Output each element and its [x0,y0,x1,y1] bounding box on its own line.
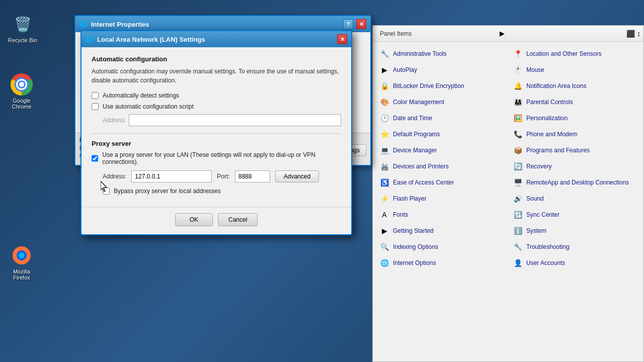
cp-label-administrative-tools: Administrative Tools [393,50,447,57]
cp-item-devices-printers[interactable]: 🖨️ Devices and Printers [375,158,508,174]
cp-toolbar-right-icon[interactable]: ↕ [637,30,640,38]
cp-item-remoteapp[interactable]: 🖥️ RemoteApp and Desktop Connections [508,174,641,191]
auto-script-label: Use automatic configuration script [103,103,194,110]
cp-item-color-management[interactable]: 🎨 Color Management [375,94,508,110]
control-panel-toolbar: Panel Items ▶ ⬛ ↕ [373,26,643,42]
advanced-button[interactable]: Advanced [275,170,319,183]
panel-items-label: Panel Items [376,30,498,37]
cp-icon-mouse: 🖱️ [512,64,523,75]
cp-icon-remoteapp: 🖥️ [512,177,523,188]
cp-icon-indexing-options: 🔍 [379,241,390,252]
lan-titlebar: 🌐 Local Area Network (LAN) Settings ✕ [82,31,351,47]
cp-icon-programs-features: 📦 [512,145,523,156]
ok-button[interactable]: OK [175,213,213,226]
use-proxy-label: Use a proxy server for your LAN (These s… [102,151,341,165]
cp-icon-devices-printers: 🖨️ [379,161,390,172]
cp-item-mouse[interactable]: 🖱️ Mouse [508,62,641,78]
cp-item-administrative-tools[interactable]: 🔧 Administrative Tools [375,46,508,62]
cp-icon-ease-access: ♿ [379,177,390,188]
bypass-proxy-checkbox[interactable] [103,188,110,195]
cp-icon-personalization: 🖼️ [512,113,523,124]
proxy-address-row: Address: Port: Advanced [103,170,341,183]
auto-detect-checkbox[interactable] [92,92,99,99]
cp-item-user-accounts[interactable]: 👤 User Accounts [508,255,641,271]
cp-label-indexing-options: Indexing Options [393,243,438,250]
cp-icon-parental-controls: 👨‍👩‍👧 [512,97,523,108]
auto-config-description: Automatic configuration may override man… [92,67,341,85]
control-panel-window: Panel Items ▶ ⬛ ↕ 🔧 Administrative Tools… [372,25,644,362]
cp-item-recovery[interactable]: 🔄 Recovery [508,158,641,174]
cp-toolbar-btn1[interactable]: ⬛ [626,30,635,38]
cp-icon-default-programs: ⭐ [379,129,390,140]
chrome-icon[interactable]: GoogleChrome [4,70,39,112]
cp-label-sound: Sound [526,195,544,202]
cp-item-fonts[interactable]: A Fonts [375,207,508,223]
lan-title-icon: 🌐 [86,35,94,43]
cp-item-location-sensors[interactable]: 📍 Location and Other Sensors [508,46,641,62]
cp-icon-internet-options: 🌐 [379,257,390,268]
cp-label-troubleshooting: Troubleshooting [526,243,570,250]
proxy-address-label: Address: [103,173,126,180]
cp-item-device-manager[interactable]: 💻 Device Manager [375,142,508,158]
lan-close-button[interactable]: ✕ [337,34,347,44]
cp-item-indexing-options[interactable]: 🔍 Indexing Options [375,239,508,255]
cp-icon-bitlocker: 🔒 [379,80,390,92]
cp-item-system[interactable]: ℹ️ System [508,223,641,239]
use-proxy-checkbox[interactable] [92,155,98,162]
cp-label-getting-started: Getting Started [393,227,434,234]
recycle-bin-label: Recycle Bin [8,37,37,43]
cp-icon-sync-center: 🔃 [512,209,523,220]
firefox-label: MozillaFirefox [13,268,30,281]
cp-item-personalization[interactable]: 🖼️ Personalization [508,110,641,126]
cp-label-date-time: Date and Time [393,115,432,122]
cp-item-flash-player[interactable]: ⚡ Flash Player [375,191,508,207]
auto-script-checkbox[interactable] [92,103,99,110]
cp-item-troubleshooting[interactable]: 🔧 Troubleshooting [508,239,641,255]
recycle-bin-icon[interactable]: 🗑️ Recycle Bin [5,10,40,45]
auto-config-address-input[interactable] [129,114,341,126]
cp-icon-sound: 🔊 [512,193,523,204]
cp-item-default-programs[interactable]: ⭐ Default Programs [375,126,508,142]
cp-label-phone-modem: Phone and Modem [526,131,577,138]
control-panel-list: 🔧 Administrative Tools ▶ AutoPlay 🔒 BitL… [373,42,643,275]
cp-item-getting-started[interactable]: ▶ Getting Started [375,223,508,239]
panel-items-arrow: ▶ [500,30,505,37]
cp-item-autoplay[interactable]: ▶ AutoPlay [375,62,508,78]
internet-props-icon: 🌐 [79,20,88,28]
cp-item-bitlocker[interactable]: 🔒 BitLocker Drive Encryption [375,78,508,94]
auto-detect-row: Automatically detect settings [92,92,341,99]
proxy-port-input[interactable] [235,170,270,183]
cp-label-ease-access: Ease of Access Center [393,179,454,186]
cp-item-phone-modem[interactable]: 📞 Phone and Modem [508,126,641,142]
proxy-address-input[interactable] [131,170,212,183]
cp-item-internet-options[interactable]: 🌐 Internet Options [375,255,508,271]
cp-item-programs-features[interactable]: 📦 Programs and Features [508,142,641,158]
auto-detect-label: Automatically detect settings [103,92,179,99]
cp-icon-recovery: 🔄 [512,161,523,172]
cp-label-internet-options: Internet Options [393,259,436,266]
cp-label-mouse: Mouse [526,66,544,73]
cp-icon-administrative-tools: 🔧 [379,48,390,59]
cp-item-sync-center[interactable]: 🔃 Sync Center [508,207,641,223]
lan-settings-dialog: 🌐 Local Area Network (LAN) Settings ✕ Au… [80,30,352,235]
cp-item-sound[interactable]: 🔊 Sound [508,191,641,207]
cancel-button[interactable]: Cancel [218,213,258,226]
internet-props-help-button[interactable]: ? [343,19,353,29]
cp-label-parental-controls: Parental Controls [526,99,573,106]
cp-icon-notification-icons: 🔔 [512,80,523,92]
use-proxy-row: Use a proxy server for your LAN (These s… [92,151,341,165]
firefox-icon[interactable]: MozillaFirefox [4,241,39,283]
cp-label-bitlocker: BitLocker Drive Encryption [393,82,464,89]
cp-item-ease-access[interactable]: ♿ Ease of Access Center [375,174,508,191]
cp-item-parental-controls[interactable]: 👨‍👩‍👧 Parental Controls [508,94,641,110]
svg-point-3 [19,82,24,87]
cp-icon-getting-started: ▶ [379,225,390,236]
cp-item-notification-icons[interactable]: 🔔 Notification Area Icons [508,78,641,94]
internet-props-close-button[interactable]: ✕ [356,19,366,29]
cp-label-devices-printers: Devices and Printers [393,163,449,170]
cp-label-notification-icons: Notification Area Icons [526,82,586,89]
bypass-proxy-row: Bypass proxy server for local addresses [103,188,341,195]
cp-item-date-time[interactable]: 🕐 Date and Time [375,110,508,126]
cp-label-color-management: Color Management [393,99,444,106]
cp-label-default-programs: Default Programs [393,131,440,138]
